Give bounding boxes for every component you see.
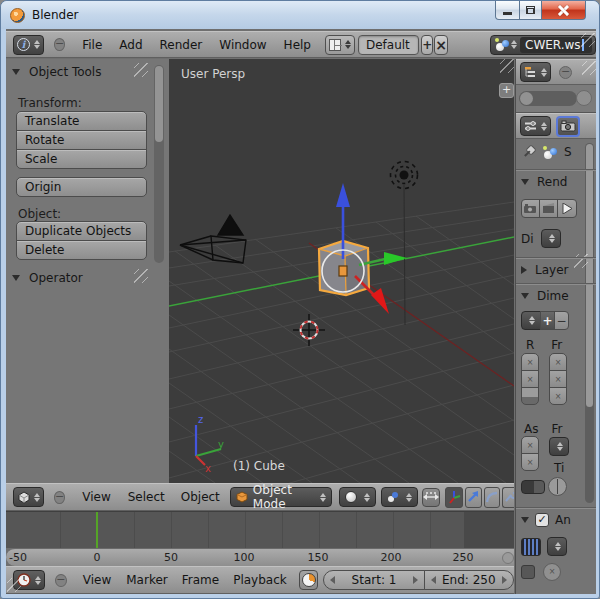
outliner-body[interactable] — [516, 85, 596, 113]
timeline-track[interactable] — [6, 511, 514, 548]
camera-object[interactable] — [180, 215, 246, 263]
display-dropdown[interactable] — [541, 229, 561, 248]
menu-item-render[interactable]: Render — [160, 38, 203, 52]
scale-button[interactable]: Scale — [16, 149, 147, 169]
collapse-menus-button[interactable]: − — [559, 66, 572, 79]
close-button[interactable] — [541, 1, 586, 20]
pivot-dropdown[interactable] — [381, 487, 418, 507]
screen-layout-button[interactable] — [325, 35, 355, 55]
delete-layout-button[interactable]: × — [434, 35, 448, 55]
object-tools-panel-header[interactable]: Object Tools — [12, 65, 101, 79]
resolution-y-field[interactable]: × — [521, 370, 539, 388]
collapse-menus-button[interactable]: − — [55, 574, 67, 587]
maximize-button[interactable] — [519, 1, 542, 20]
menu-item-select[interactable]: Select — [128, 490, 165, 504]
panel-drag-grip[interactable] — [134, 63, 148, 77]
scrollbar-thumb[interactable] — [520, 92, 533, 105]
menu-item-add[interactable]: Add — [119, 38, 142, 52]
layers-panel-header[interactable]: Layer — [521, 263, 568, 277]
orientation-button[interactable] — [502, 487, 514, 508]
mode-dropdown[interactable]: Object Mode — [230, 487, 332, 507]
frame-step-field[interactable]: × — [549, 387, 567, 405]
menu-item-playback[interactable]: Playback — [233, 573, 287, 587]
duplicate-objects-button[interactable]: Duplicate Objects — [16, 221, 147, 241]
frame-rate-dropdown[interactable] — [549, 437, 569, 456]
render-panel-header[interactable]: Rend — [521, 175, 567, 189]
resize-grip[interactable] — [582, 61, 596, 75]
resolution-percent-slider[interactable] — [521, 387, 539, 405]
toolshelf-scrollbar[interactable] — [154, 65, 164, 263]
ruler-scrollbar-cap[interactable] — [502, 552, 514, 564]
layout-name-field[interactable]: Default — [358, 35, 419, 55]
outliner-h-scrollbar[interactable] — [519, 91, 577, 106]
frame-start-field[interactable]: × — [549, 353, 567, 371]
translate-button[interactable]: Translate — [16, 111, 147, 131]
window-titlebar[interactable]: Blender — [1, 1, 599, 29]
origin-button[interactable]: Origin — [16, 177, 147, 197]
resolution-x-field[interactable]: × — [521, 353, 539, 371]
properties-scrollbar[interactable] — [585, 143, 594, 503]
aa-color-swatch[interactable] — [521, 565, 535, 579]
shading-dropdown[interactable] — [339, 487, 376, 507]
delete-button[interactable]: Delete — [16, 240, 147, 260]
aa-dropdown[interactable] — [547, 537, 567, 556]
lamp-object[interactable] — [391, 162, 418, 326]
menu-item-object[interactable]: Object — [181, 490, 220, 504]
timeline-ruler[interactable]: -50 0 50 100 150 200 250 — [6, 548, 514, 566]
render-tab-active[interactable] — [556, 116, 580, 137]
collapse-menus-button[interactable]: − — [54, 491, 65, 504]
outliner-scroll-knob[interactable] — [576, 90, 592, 106]
preset-remove-button[interactable]: − — [554, 311, 569, 330]
decrement-arrow-icon[interactable] — [330, 576, 335, 584]
menu-item-file[interactable]: File — [82, 38, 102, 52]
render-image-button[interactable] — [521, 199, 540, 218]
increment-arrow-icon[interactable] — [502, 576, 507, 584]
scrollbar-thumb[interactable] — [586, 144, 593, 407]
menu-item-window[interactable]: Window — [219, 38, 266, 52]
scale-manipulator-button[interactable] — [484, 487, 501, 508]
add-view-panel-button[interactable]: + — [499, 83, 514, 98]
end-frame-field[interactable]: End: 250 — [424, 570, 514, 590]
aa-checkbox[interactable]: ✓ — [535, 513, 549, 527]
presets-dropdown[interactable] — [521, 311, 541, 330]
aa-panel-header[interactable]: ✓ An — [521, 513, 571, 527]
outliner-editor-type-button[interactable] — [520, 62, 551, 82]
aspect-x-field[interactable]: × — [521, 436, 539, 454]
resize-grip[interactable] — [581, 33, 595, 47]
dial-knob[interactable] — [548, 477, 567, 496]
menu-item-frame[interactable]: Frame — [182, 573, 219, 587]
info-editor-type-button[interactable]: i — [13, 35, 44, 55]
panel-drag-grip[interactable] — [134, 269, 148, 283]
time-toggle[interactable] — [521, 480, 545, 494]
menu-item-marker[interactable]: Marker — [126, 573, 167, 587]
play-button[interactable] — [557, 199, 577, 218]
minimize-button[interactable] — [495, 1, 520, 20]
collapse-menus-button[interactable]: − — [54, 38, 65, 51]
menu-item-help[interactable]: Help — [284, 38, 311, 52]
toolshelf-scrollbar-thumb[interactable] — [155, 66, 163, 142]
menu-item-view[interactable]: View — [82, 490, 110, 504]
start-frame-field[interactable]: Start: 1 — [323, 570, 424, 590]
viewport-3d[interactable]: User Persp (1) Cube + z y x — [169, 59, 514, 483]
rotate-button[interactable]: Rotate — [16, 130, 147, 150]
menu-item-view[interactable]: View — [83, 573, 111, 587]
current-frame-line[interactable] — [96, 512, 98, 548]
manipulator-toggle-button[interactable] — [422, 488, 440, 507]
view3d-editor-type-button[interactable] — [13, 487, 44, 507]
rotate-manipulator-button[interactable] — [465, 487, 482, 508]
dimensions-panel-header[interactable]: Dime — [521, 289, 569, 303]
area-split-grip[interactable] — [500, 59, 514, 73]
operator-panel-header[interactable]: Operator — [12, 271, 83, 285]
aa-size-knob[interactable]: × — [543, 563, 561, 581]
pin-icon[interactable] — [521, 145, 535, 159]
aspect-y-field[interactable]: × — [521, 453, 539, 471]
increment-arrow-icon[interactable] — [413, 576, 418, 584]
resize-grip[interactable] — [7, 578, 21, 592]
aa-samples-button[interactable] — [521, 538, 541, 556]
preset-add-button[interactable]: + — [540, 311, 555, 330]
time-toggle-button[interactable] — [299, 570, 319, 590]
add-layout-button[interactable]: + — [421, 35, 433, 55]
render-animation-button[interactable] — [539, 199, 558, 218]
properties-editor-type-button[interactable] — [520, 116, 551, 136]
translate-manipulator-button[interactable] — [445, 487, 463, 508]
